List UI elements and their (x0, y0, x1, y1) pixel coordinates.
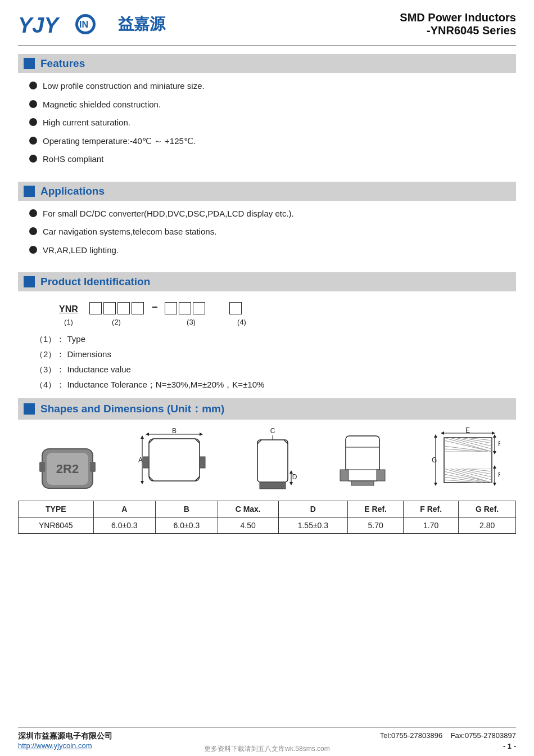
svg-rect-39 (377, 470, 385, 481)
svg-text:IN: IN (79, 20, 88, 29)
svg-text:F: F (498, 440, 500, 448)
shapes-diagrams: 2R2 B (18, 428, 516, 495)
list-item: VR,AR,LED lighting. (29, 244, 516, 257)
pid-dash: − (152, 302, 158, 314)
svg-text:F: F (498, 471, 500, 479)
svg-text:E: E (465, 428, 470, 434)
pid-box-3c (193, 302, 205, 314)
pid-desc-1: （1）： Type (35, 334, 516, 345)
fax-text: Fax:0755-27803897 (451, 731, 516, 740)
product-id-header: Product Identification (18, 272, 516, 291)
col-a: A (93, 501, 156, 518)
cell-type: YNR6045 (19, 518, 94, 534)
svg-rect-8 (90, 462, 96, 472)
pid-box-3b (179, 302, 191, 314)
bullet-icon (29, 100, 37, 108)
svg-text:A: A (138, 456, 143, 464)
shapes-title: Shapes and Dimensions (Unit：mm) (40, 402, 224, 416)
svg-rect-13 (149, 439, 200, 481)
pid-box-2a (89, 302, 102, 314)
svg-text:G: G (432, 456, 437, 464)
cell-d: 1.55±0.3 (278, 518, 347, 534)
side-elevation-svg: E (427, 428, 500, 495)
applications-list: For small DC/DC converter(HDD,DVC,DSC,PD… (18, 205, 516, 265)
features-title: Features (40, 57, 85, 70)
front-view-diagram: B A (138, 428, 211, 495)
pid-desc-2: （2）： Dimensions (35, 349, 516, 360)
bullet-icon (29, 209, 37, 217)
cell-e: 5.70 (348, 518, 404, 534)
svg-marker-19 (141, 435, 144, 439)
applications-title: Applications (40, 185, 105, 197)
svg-marker-31 (289, 482, 293, 485)
pid-label-4: (4) (237, 318, 246, 326)
list-item: Low profile construction and miniature s… (29, 80, 516, 93)
svg-rect-33 (260, 482, 286, 489)
watermark: 更多资料下载请到五八文库wk.58sms.com (0, 744, 534, 756)
product-line: SMD Power Inductors (400, 11, 516, 24)
list-item: For small DC/DC converter(HDD,DVC,DSC,PD… (29, 208, 516, 220)
svg-text:2R2: 2R2 (56, 462, 79, 476)
col-c: C Max. (218, 501, 278, 518)
applications-icon (24, 186, 35, 197)
svg-text:YJY: YJY (18, 14, 60, 37)
company-name: 深圳市益嘉源电子有限公司 (18, 731, 112, 741)
features-header: Features (18, 54, 516, 73)
pid-box-2d (132, 302, 144, 314)
features-icon (24, 58, 35, 69)
col-g: G Ref. (459, 501, 516, 518)
svg-marker-42 (492, 431, 495, 435)
list-item: RoHS compliant (29, 153, 516, 166)
cell-c: 4.50 (218, 518, 278, 534)
page: YJY IN 益嘉源 SMD Power Inductors -YNR6045 … (0, 0, 534, 756)
cell-g: 2.80 (459, 518, 516, 534)
svg-line-48 (455, 438, 492, 446)
logo-chinese-text: 益嘉源 (118, 14, 165, 35)
svg-line-59 (455, 469, 492, 477)
list-item: High current saturation. (29, 116, 516, 129)
bullet-icon (29, 227, 37, 235)
svg-rect-26 (257, 440, 288, 482)
pid-prefix: YNR (59, 304, 78, 314)
bullet-icon (29, 155, 37, 163)
dimensions-table: TYPE A B C Max. D E Ref. F Ref. G Ref. Y… (18, 501, 516, 534)
svg-rect-23 (200, 457, 205, 468)
cross-section-svg (334, 428, 391, 495)
col-b: B (156, 501, 218, 518)
pid-label-3: (3) (187, 318, 196, 326)
svg-marker-72 (493, 465, 496, 469)
side-view-diagram: C D (247, 428, 298, 495)
list-item: Operating temperature:-40℃ ～ +125℃. (29, 135, 516, 148)
pid-label-1: (1) (64, 318, 73, 326)
bullet-icon (29, 246, 37, 254)
pid-box-2b (103, 302, 116, 314)
svg-rect-37 (351, 481, 374, 485)
pid-label-2: (2) (112, 318, 121, 326)
list-item: Car navigation systems,telecom base stat… (29, 226, 516, 238)
cross-section-diagram (334, 428, 391, 495)
svg-marker-20 (141, 481, 144, 484)
col-type: TYPE (19, 501, 94, 518)
component-photo: 2R2 (34, 439, 101, 495)
component-3d-icon: 2R2 (37, 440, 98, 494)
svg-rect-22 (143, 457, 149, 468)
series-name: -YNR6045 Series (400, 24, 516, 37)
svg-marker-77 (434, 483, 437, 486)
svg-rect-38 (340, 470, 349, 481)
cell-a: 6.0±0.3 (93, 518, 156, 534)
product-id-diagram: YNR − (1) (52, 302, 516, 326)
header-title: SMD Power Inductors -YNR6045 Series (400, 11, 516, 37)
tel-text: Tel:0755-27803896 (380, 731, 442, 740)
pid-box-2c (117, 302, 130, 314)
shapes-header: Shapes and Dimensions (Unit：mm) (18, 398, 516, 420)
header: YJY IN 益嘉源 SMD Power Inductors -YNR6045 … (18, 10, 516, 46)
bullet-icon (29, 118, 37, 126)
product-id-title: Product Identification (40, 276, 150, 288)
col-f: F Ref. (404, 501, 459, 518)
logo-area: YJY IN 益嘉源 (18, 10, 165, 38)
svg-rect-7 (39, 462, 45, 472)
col-e: E Ref. (348, 501, 404, 518)
bullet-icon (29, 137, 37, 145)
logo-icon: YJY IN (18, 10, 114, 38)
svg-marker-11 (200, 433, 203, 436)
